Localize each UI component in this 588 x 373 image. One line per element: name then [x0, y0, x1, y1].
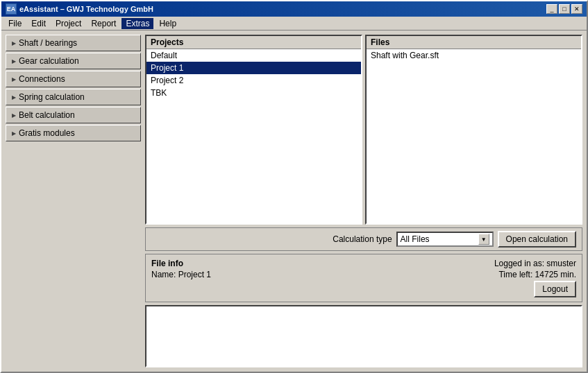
open-calculation-button[interactable]: Open calculation — [498, 231, 576, 248]
bottom-text-area — [145, 305, 582, 367]
calc-type-select[interactable]: All Files ▼ — [396, 232, 494, 247]
app-icon: EA — [6, 3, 17, 15]
file-info-title: File info — [151, 259, 211, 268]
title-buttons: _ □ ✕ — [546, 4, 582, 14]
menu-extras[interactable]: Extras — [121, 18, 153, 29]
list-item[interactable]: Shaft with Gear.sft — [367, 49, 581, 62]
arrow-icon: ▶ — [12, 76, 16, 83]
time-left-label: Time left: 14725 min. — [498, 270, 576, 279]
calc-type-value: All Files — [401, 234, 477, 244]
sidebar-item-spring-calculation[interactable]: ▶ Spring calculation — [6, 89, 141, 105]
sidebar-label-gear-calculation: Gear calculation — [19, 56, 79, 66]
menu-bar: File Edit Project Report Extras Help — [1, 17, 587, 31]
files-header: Files — [367, 36, 581, 49]
title-bar-left: EA eAssistant – GWJ Technology GmbH — [6, 3, 153, 15]
arrow-icon: ▶ — [12, 40, 16, 46]
sidebar-item-gear-calculation[interactable]: ▶ Gear calculation — [6, 53, 141, 69]
calc-type-label: Calculation type — [333, 234, 392, 244]
minimize-button[interactable]: _ — [546, 4, 557, 14]
sidebar-label-spring-calculation: Spring calculation — [19, 92, 85, 102]
arrow-icon: ▶ — [12, 130, 16, 137]
main-content: ▶ Shaft / bearings ▶ Gear calculation ▶ … — [1, 31, 587, 372]
sidebar-label-belt-calculation: Belt calculation — [19, 110, 75, 120]
sidebar-label-gratis-modules: Gratis modules — [19, 128, 75, 138]
projects-panel: Projects Default Project 1 Project 2 TBK — [145, 35, 362, 225]
menu-file[interactable]: File — [4, 18, 26, 29]
file-info-name: Name: Project 1 — [151, 270, 211, 279]
window-title: eAssistant – GWJ Technology GmbH — [19, 5, 153, 13]
list-item[interactable]: TBK — [146, 87, 361, 99]
sidebar-item-gratis-modules[interactable]: ▶ Gratis modules — [6, 125, 141, 141]
menu-help[interactable]: Help — [155, 18, 180, 29]
menu-project[interactable]: Project — [51, 18, 85, 29]
list-item[interactable]: Default — [146, 49, 361, 62]
list-item[interactable]: Project 2 — [146, 74, 361, 87]
chevron-down-icon: ▼ — [478, 234, 489, 245]
right-panel: Projects Default Project 1 Project 2 TBK… — [145, 35, 582, 367]
arrow-icon: ▶ — [12, 58, 16, 64]
file-info-left: File info Name: Project 1 — [151, 259, 211, 279]
menu-edit[interactable]: Edit — [27, 18, 50, 29]
list-item[interactable]: Project 1 — [146, 62, 361, 74]
arrow-icon: ▶ — [12, 112, 16, 119]
file-info-right: Logged in as: smuster Time left: 14725 m… — [494, 259, 576, 297]
file-info-panel: File info Name: Project 1 Logged in as: … — [145, 254, 582, 302]
logout-button[interactable]: Logout — [534, 281, 576, 297]
menu-report[interactable]: Report — [87, 18, 120, 29]
sidebar-item-belt-calculation[interactable]: ▶ Belt calculation — [6, 107, 141, 123]
sidebar-label-shaft-bearings: Shaft / bearings — [19, 38, 77, 48]
files-list[interactable]: Shaft with Gear.sft — [367, 49, 581, 223]
sidebar-item-shaft-bearings[interactable]: ▶ Shaft / bearings — [6, 35, 141, 51]
controls-row: Calculation type All Files ▼ Open calcul… — [145, 227, 582, 251]
projects-header: Projects — [146, 36, 361, 49]
projects-list[interactable]: Default Project 1 Project 2 TBK — [146, 49, 361, 223]
arrow-icon: ▶ — [12, 94, 16, 101]
title-bar: EA eAssistant – GWJ Technology GmbH _ □ … — [1, 1, 587, 17]
close-button[interactable]: ✕ — [571, 4, 582, 14]
sidebar: ▶ Shaft / bearings ▶ Gear calculation ▶ … — [6, 35, 141, 367]
files-panel: Files Shaft with Gear.sft — [365, 35, 582, 225]
logged-in-label: Logged in as: smuster — [494, 259, 576, 268]
projects-files-row: Projects Default Project 1 Project 2 TBK… — [145, 35, 582, 225]
sidebar-item-connections[interactable]: ▶ Connections — [6, 71, 141, 87]
maximize-button[interactable]: □ — [559, 4, 570, 14]
sidebar-label-connections: Connections — [19, 74, 65, 84]
main-window: EA eAssistant – GWJ Technology GmbH _ □ … — [0, 0, 588, 373]
